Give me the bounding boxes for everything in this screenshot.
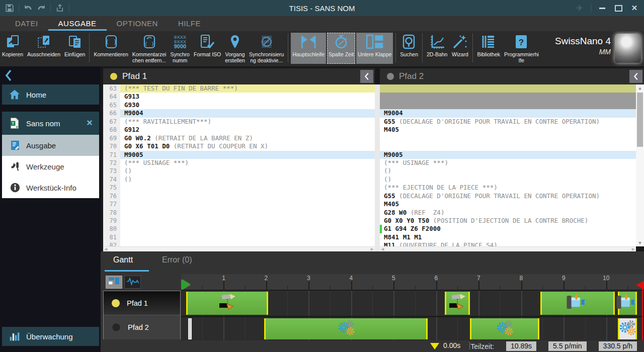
gantt-bar[interactable] — [186, 292, 268, 315]
minimize-button[interactable] — [596, 3, 609, 14]
close-icon[interactable] — [86, 119, 93, 128]
code-line[interactable]: M405 — [380, 126, 644, 134]
sidebar-item-ueberwachung[interactable]: Überwachung — [2, 327, 99, 346]
code-line[interactable]: M9005 — [380, 151, 644, 159]
gantt-bar[interactable] — [470, 318, 539, 339]
ribbon-button-syncnum[interactable]: 9XXX9XXX9000Synchro numm — [169, 33, 191, 64]
code-line[interactable]: 77 — [103, 200, 375, 208]
gantt-row-label-2[interactable]: Pfad 2 — [104, 315, 180, 339]
code-line[interactable]: 67(*** RAVITAILLEMENT***) — [103, 118, 375, 126]
sidebar-item-werkzeuge[interactable]: Werkzeuge — [2, 156, 99, 177]
close-button[interactable]: ✕ — [628, 3, 641, 14]
gantt-bar[interactable] — [618, 318, 637, 339]
path1-code-editor[interactable]: 63(*** TEST DU FIN DE BARRE ***)64G91365… — [103, 84, 375, 246]
code-line[interactable] — [380, 142, 644, 150]
scroll-down-icon[interactable]: ▼ — [636, 239, 644, 246]
code-line[interactable] — [380, 84, 644, 93]
code-line[interactable]: 79 — [103, 217, 375, 225]
ribbon-button-library[interactable]: Bibliothek — [475, 33, 502, 58]
code-line[interactable]: 78 — [103, 209, 375, 217]
code-line[interactable]: 72(*** USINAGE ***) — [103, 159, 375, 167]
collapse-right-icon[interactable] — [629, 70, 642, 83]
gantt-bar[interactable] — [445, 292, 470, 315]
ribbon-button-mainloop[interactable]: Hauptschleife — [291, 33, 326, 64]
scroll-left-icon[interactable]: ◀ — [380, 247, 385, 251]
ribbon-button-syncoff[interactable]: 900090019002Synchronisieru ng deaktivie.… — [248, 33, 285, 64]
ribbon-button-comment[interactable]: ( )Kommentieren — [92, 33, 129, 58]
ribbon-button-copy[interactable]: Kopieren — [1, 33, 25, 58]
gantt-view-button[interactable] — [106, 276, 122, 289]
ribbon-button-help[interactable]: ?Programmierhi lfe — [503, 33, 540, 64]
machine-selector[interactable]: SwissNano 4MM — [555, 33, 644, 63]
menu-item-hilfe[interactable]: HILFE — [168, 17, 211, 31]
menu-item-optionen[interactable]: OPTIONEN — [107, 17, 168, 31]
playhead-marker[interactable] — [182, 280, 190, 290]
path1-hscrollbar[interactable]: ◀ ▶ — [103, 246, 375, 251]
code-line[interactable]: (*** EJECTION DE LA PIECE ***) — [380, 184, 644, 192]
scroll-left-icon[interactable]: ◀ — [103, 247, 108, 251]
code-line[interactable] — [380, 93, 644, 101]
code-line[interactable]: 80 — [103, 225, 375, 233]
code-line[interactable]: 74() — [103, 175, 375, 184]
ribbon-button-stopwatch[interactable]: Spalte Zeit — [327, 33, 355, 64]
wave-view-button[interactable] — [124, 276, 141, 289]
code-line[interactable]: G28 W0 (REF Z4) — [380, 209, 644, 217]
time-cursor-icon[interactable] — [430, 343, 439, 349]
ribbon-button-chart2d[interactable]: 2D-Bahn — [425, 33, 449, 58]
sidebar-item-home[interactable]: Home — [2, 84, 99, 105]
menu-item-ausgabe[interactable]: AUSGABE — [48, 17, 107, 31]
sidebar-collapse-button[interactable] — [4, 69, 17, 82]
code-line[interactable]: G55 (DECALAGE D'ORIGINE POUR TRAVAIL EN … — [380, 192, 644, 200]
scroll-right-icon[interactable]: ▶ — [370, 247, 375, 251]
path2-vscrollbar[interactable]: ▲ ▼ — [636, 84, 644, 246]
code-line[interactable]: () — [380, 175, 644, 184]
code-line[interactable]: M841 M1 M1 — [380, 233, 644, 241]
code-line[interactable]: G0 X0 Y0 T50 (POSITION D'EJECTION DE LA … — [380, 217, 644, 225]
code-line[interactable]: M11 (OUVERTURE DE LA PINCE S4) — [380, 241, 644, 246]
code-line[interactable]: 65G930 — [103, 101, 375, 109]
gantt-bar[interactable] — [188, 318, 192, 339]
code-line[interactable]: 68G912 — [103, 126, 375, 134]
gantt-bar[interactable] — [540, 292, 615, 315]
code-line[interactable]: 82 — [103, 241, 375, 246]
gantt-bar[interactable] — [264, 318, 428, 339]
editor-splitter[interactable] — [375, 84, 380, 251]
scrollbar-thumb[interactable] — [637, 93, 643, 147]
sidebar-item-project[interactable]: TSans nom — [2, 112, 99, 135]
code-line[interactable]: 81 — [103, 233, 375, 241]
sidebar-item-ausgabe[interactable]: Ausgabe — [2, 135, 99, 156]
menu-item-datei[interactable]: DATEI — [5, 17, 48, 31]
code-line[interactable]: () — [380, 167, 644, 175]
path2-code-editor[interactable]: M9004G55 (DECALAGE D'ORIGINE POUR TRAVAI… — [380, 84, 644, 246]
gantt-bar[interactable] — [618, 292, 637, 315]
tab-gantt[interactable]: Gantt — [113, 255, 133, 265]
code-line[interactable] — [380, 134, 644, 142]
code-line[interactable] — [380, 101, 644, 109]
code-line[interactable]: G1 G94 Z6 F2000 — [380, 225, 644, 233]
code-line[interactable]: 69G0 W0.2 (RETRAIT DE LA BARRE EN Z) — [103, 134, 375, 142]
ribbon-button-formatiso[interactable]: Format ISO — [192, 33, 222, 58]
scroll-right-icon[interactable]: ▶ — [631, 247, 636, 251]
gantt-row-label-1[interactable]: Pfad 1 — [104, 291, 180, 315]
ribbon-button-search[interactable]: Suchen — [398, 33, 420, 58]
code-line[interactable]: 70G0 X6 T01 D0 (RETRAIT DU COUPEUR EN X) — [103, 142, 375, 150]
code-line[interactable]: 73() — [103, 167, 375, 175]
airplane-icon[interactable]: ✈ — [573, 3, 586, 14]
scroll-up-icon[interactable]: ▲ — [636, 84, 644, 92]
code-line[interactable]: (*** USINAGE ***) — [380, 159, 644, 167]
maximize-button[interactable] — [612, 3, 625, 14]
ribbon-button-bottompanel[interactable]: Untere Klappe — [356, 33, 393, 64]
path2-hscrollbar[interactable]: ◀ ▶ — [380, 246, 636, 251]
code-line[interactable]: 63(*** TEST DU FIN DE BARRE ***) — [103, 84, 375, 93]
code-line[interactable]: 66M9004 — [103, 109, 375, 117]
ribbon-button-cut[interactable]: Ausschneiden — [26, 33, 62, 58]
ribbon-button-uncomment[interactable]: ( )Kommentarzei chen entfern... — [131, 33, 168, 64]
ribbon-button-paste[interactable]: Einfügen — [63, 33, 87, 58]
code-line[interactable]: 76 — [103, 192, 375, 200]
ribbon-button-pin[interactable]: Vorgang erstellen — [223, 33, 247, 64]
code-line[interactable]: 75 — [103, 184, 375, 192]
code-line[interactable]: 64G913 — [103, 93, 375, 101]
collapse-left-icon[interactable] — [360, 70, 373, 83]
sidebar-item-werkstckinfo[interactable]: Werkstück-Info — [2, 177, 99, 198]
tab-error[interactable]: Error (0) — [162, 255, 192, 265]
